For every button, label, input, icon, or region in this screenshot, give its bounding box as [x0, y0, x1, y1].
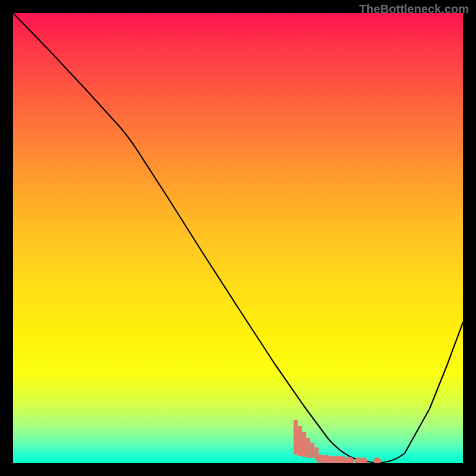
marker-cluster — [296, 420, 381, 463]
svg-point-14 — [374, 458, 381, 463]
chart-overlay — [13, 13, 463, 463]
bottleneck-curve — [13, 13, 463, 462]
svg-point-11 — [346, 457, 353, 463]
svg-point-13 — [360, 458, 367, 463]
chart-area — [13, 13, 463, 463]
watermark-text: TheBottleneck.com — [359, 2, 469, 16]
